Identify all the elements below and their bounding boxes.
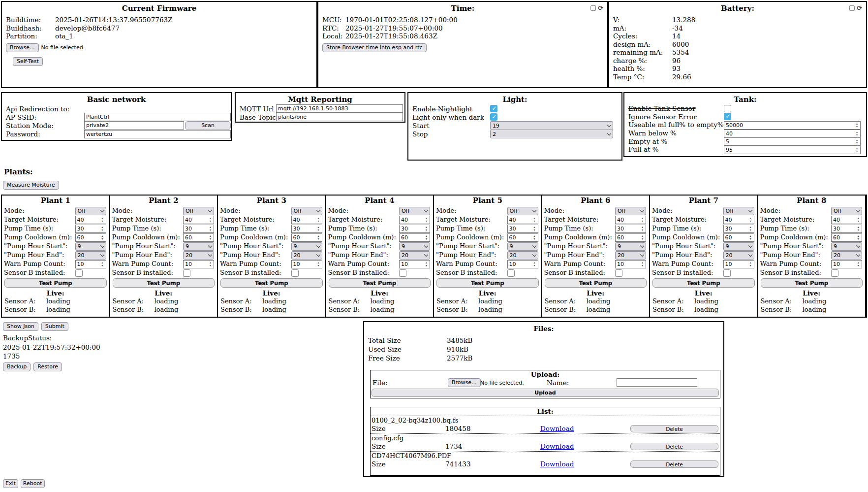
test-pump-button[interactable]: Test Pump xyxy=(652,278,755,288)
pump-cooldown-input[interactable] xyxy=(75,233,106,242)
ap-ssid-input[interactable] xyxy=(84,113,231,121)
target-moisture-input[interactable] xyxy=(615,216,646,224)
test-pump-button[interactable]: Test Pump xyxy=(4,278,107,288)
sensor-b-installed-checkbox[interactable] xyxy=(723,269,731,277)
submit-button[interactable]: Submit xyxy=(41,322,68,331)
pump-hour-start-select[interactable]: 9 xyxy=(507,242,538,251)
mode-select[interactable]: Off xyxy=(75,207,106,215)
exit-button[interactable]: Exit xyxy=(3,479,18,488)
tank-number-input[interactable] xyxy=(724,130,861,138)
pump-hour-start-select[interactable]: 9 xyxy=(399,242,430,251)
target-moisture-input[interactable] xyxy=(75,216,106,224)
test-pump-button[interactable]: Test Pump xyxy=(329,278,431,288)
show-json-button[interactable]: Show Json xyxy=(3,322,38,331)
download-link[interactable]: Download xyxy=(540,442,574,450)
pump-time-input[interactable] xyxy=(75,225,106,233)
pump-hour-end-select[interactable]: 20 xyxy=(723,251,754,260)
warn-pump-count-input[interactable] xyxy=(291,260,322,268)
sensor-b-installed-checkbox[interactable] xyxy=(183,269,190,277)
test-pump-button[interactable]: Test Pump xyxy=(761,278,863,288)
refresh-icon[interactable]: ⟳ xyxy=(598,5,603,11)
pump-cooldown-input[interactable] xyxy=(723,233,754,242)
tank-number-input[interactable] xyxy=(724,137,861,146)
pump-time-input[interactable] xyxy=(399,225,430,233)
pump-hour-start-select[interactable]: 9 xyxy=(723,242,754,251)
pump-hour-start-select[interactable]: 9 xyxy=(615,242,646,251)
store-browser-time-button[interactable]: Store Browser time into esp and rtc xyxy=(322,43,427,52)
self-test-button[interactable]: Self-Test xyxy=(13,57,43,66)
reboot-button[interactable]: Reboot xyxy=(21,479,45,488)
pump-cooldown-input[interactable] xyxy=(291,233,322,242)
warn-pump-count-input[interactable] xyxy=(507,260,538,268)
tank-enable-checkbox[interactable] xyxy=(724,105,731,112)
tank-ignore-checkbox[interactable] xyxy=(724,113,731,120)
mqtt-url-input[interactable] xyxy=(276,104,403,113)
only-dark-checkbox[interactable] xyxy=(490,113,497,121)
pump-cooldown-input[interactable] xyxy=(399,233,430,242)
pump-hour-end-select[interactable]: 20 xyxy=(399,251,430,260)
mode-select[interactable]: Off xyxy=(399,207,430,215)
warn-pump-count-input[interactable] xyxy=(615,260,646,268)
pump-hour-end-select[interactable]: 20 xyxy=(507,251,538,260)
test-pump-button[interactable]: Test Pump xyxy=(220,278,323,288)
upload-browse-button[interactable]: Browse... xyxy=(448,378,481,387)
time-autorefresh-checkbox[interactable] xyxy=(590,5,596,11)
pump-hour-end-select[interactable]: 20 xyxy=(75,251,106,260)
pump-hour-end-select[interactable]: 20 xyxy=(183,251,214,260)
target-moisture-input[interactable] xyxy=(723,216,754,224)
sensor-b-installed-checkbox[interactable] xyxy=(291,269,299,277)
pump-time-input[interactable] xyxy=(723,225,754,233)
target-moisture-input[interactable] xyxy=(399,216,430,224)
tank-number-input[interactable] xyxy=(724,121,861,130)
delete-button[interactable]: Delete xyxy=(630,443,718,450)
upload-button[interactable]: Upload xyxy=(372,389,719,397)
target-moisture-input[interactable] xyxy=(291,216,322,224)
mode-select[interactable]: Off xyxy=(507,207,538,215)
pump-hour-start-select[interactable]: 9 xyxy=(291,242,322,251)
target-moisture-input[interactable] xyxy=(507,216,538,224)
pump-hour-end-select[interactable]: 20 xyxy=(831,251,862,260)
password-input[interactable] xyxy=(84,130,231,138)
pump-cooldown-input[interactable] xyxy=(615,233,646,242)
warn-pump-count-input[interactable] xyxy=(75,260,106,268)
sensor-b-installed-checkbox[interactable] xyxy=(507,269,515,277)
test-pump-button[interactable]: Test Pump xyxy=(545,278,647,288)
sensor-b-installed-checkbox[interactable] xyxy=(399,269,406,277)
nightlight-checkbox[interactable] xyxy=(490,105,497,112)
test-pump-button[interactable]: Test Pump xyxy=(436,278,539,288)
measure-moisture-button[interactable]: Measure Moisture xyxy=(3,181,59,190)
pump-cooldown-input[interactable] xyxy=(507,233,538,242)
mode-select[interactable]: Off xyxy=(291,207,322,215)
scan-button[interactable]: Scan xyxy=(185,121,231,130)
warn-pump-count-input[interactable] xyxy=(399,260,430,268)
pump-hour-end-select[interactable]: 20 xyxy=(615,251,646,260)
firmware-browse-button[interactable]: Browse... xyxy=(6,43,39,52)
download-link[interactable]: Download xyxy=(540,425,574,432)
light-stop-select[interactable]: 2 xyxy=(490,130,613,138)
delete-button[interactable]: Delete xyxy=(630,425,718,432)
refresh-icon[interactable]: ⟳ xyxy=(857,5,862,11)
pump-cooldown-input[interactable] xyxy=(183,233,214,242)
pump-cooldown-input[interactable] xyxy=(831,233,862,242)
tank-number-input[interactable] xyxy=(724,146,861,154)
light-start-select[interactable]: 19 xyxy=(490,121,613,130)
battery-autorefresh-checkbox[interactable] xyxy=(849,5,855,11)
sensor-b-installed-checkbox[interactable] xyxy=(75,269,83,277)
backup-button[interactable]: Backup xyxy=(3,362,31,371)
warn-pump-count-input[interactable] xyxy=(723,260,754,268)
restore-button[interactable]: Restore xyxy=(33,362,62,371)
mqtt-topic-input[interactable] xyxy=(276,113,403,121)
mode-select[interactable]: Off xyxy=(615,207,646,215)
test-pump-button[interactable]: Test Pump xyxy=(113,278,215,288)
sensor-b-installed-checkbox[interactable] xyxy=(831,269,838,277)
mode-select[interactable]: Off xyxy=(723,207,754,215)
target-moisture-input[interactable] xyxy=(183,216,214,224)
sensor-b-installed-checkbox[interactable] xyxy=(615,269,622,277)
pump-hour-start-select[interactable]: 9 xyxy=(75,242,106,251)
delete-button[interactable]: Delete xyxy=(630,460,718,468)
mode-select[interactable]: Off xyxy=(831,207,862,215)
mode-select[interactable]: Off xyxy=(183,207,214,215)
pump-time-input[interactable] xyxy=(831,225,862,233)
warn-pump-count-input[interactable] xyxy=(183,260,214,268)
pump-hour-start-select[interactable]: 9 xyxy=(183,242,214,251)
